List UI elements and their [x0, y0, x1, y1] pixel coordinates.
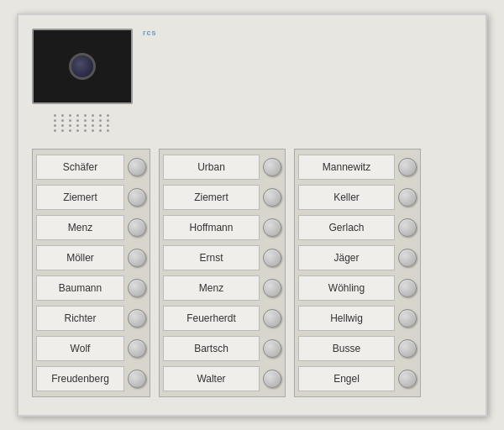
name-plate: Feuerherdt — [163, 306, 260, 331]
doorbell-button[interactable] — [398, 188, 417, 207]
doorbell-button[interactable] — [128, 218, 146, 237]
name-plate: Gerlach — [298, 215, 395, 240]
doorbell-button[interactable] — [263, 158, 281, 176]
doorbell-button[interactable] — [398, 249, 417, 267]
speaker-dots — [49, 109, 117, 137]
name-plate: Busse — [298, 336, 395, 361]
list-item: Ziemert — [163, 183, 281, 212]
doorbell-button[interactable] — [398, 370, 417, 388]
list-item: Gerlach — [298, 213, 417, 242]
list-item: Menz — [163, 274, 281, 302]
list-item: Wöhling — [298, 274, 417, 302]
name-plate: Baumann — [36, 275, 124, 301]
doorbell-button[interactable] — [263, 218, 281, 237]
name-plate: Walter — [163, 366, 260, 391]
right-column-frame: Mannewitz Keller Gerlach Jäger Wöhling — [294, 149, 421, 397]
intercom-panel: rcs Schäfer Ziemert Menz Möller — [17, 13, 487, 417]
camera-lens — [69, 53, 96, 80]
name-plate: Wolf — [36, 336, 124, 361]
name-plate: Urban — [163, 155, 260, 180]
doorbell-button[interactable] — [263, 309, 281, 328]
doorbell-button[interactable] — [263, 188, 281, 207]
list-item: Richter — [36, 304, 146, 333]
name-plate: Hellwig — [298, 306, 395, 331]
name-plate: Menz — [36, 215, 124, 240]
camera-module — [32, 29, 133, 104]
doorbell-button[interactable] — [398, 158, 417, 176]
name-plate: Ziemert — [163, 185, 260, 210]
list-item: Menz — [36, 213, 146, 242]
doorbell-button[interactable] — [398, 339, 417, 358]
list-item: Freudenberg — [36, 364, 146, 393]
list-item: Möller — [36, 244, 146, 272]
columns-section: Schäfer Ziemert Menz Möller Baumann — [32, 149, 472, 397]
left-column-frame: Schäfer Ziemert Menz Möller Baumann — [32, 149, 150, 397]
list-item: Hoffmann — [163, 213, 281, 242]
name-plate: Hoffmann — [163, 215, 260, 240]
doorbell-button[interactable] — [128, 370, 146, 388]
list-item: Keller — [298, 183, 417, 212]
name-plate: Richter — [36, 306, 124, 331]
list-item: Busse — [298, 334, 417, 363]
doorbell-button[interactable] — [128, 188, 146, 207]
doorbell-button[interactable] — [398, 218, 417, 237]
list-item: Mannewitz — [298, 153, 417, 181]
top-section: rcs — [32, 29, 472, 137]
doorbell-button[interactable] — [263, 279, 281, 297]
name-plate: Ernst — [163, 245, 260, 270]
name-plate: Keller — [298, 185, 395, 210]
list-item: Jäger — [298, 244, 417, 272]
doorbell-button[interactable] — [263, 370, 281, 388]
list-item: Ernst — [163, 244, 281, 272]
list-item: Wolf — [36, 334, 146, 363]
name-plate: Menz — [163, 275, 260, 301]
name-plate: Freudenberg — [36, 366, 124, 391]
doorbell-button[interactable] — [398, 309, 417, 328]
brand-label: rcs — [143, 29, 157, 37]
left-column: Schäfer Ziemert Menz Möller Baumann — [32, 149, 150, 397]
list-item: Baumann — [36, 274, 146, 302]
mid-column: Urban Ziemert Hoffmann Ernst Menz — [159, 149, 286, 397]
name-plate: Engel — [298, 366, 395, 391]
name-plate: Wöhling — [298, 275, 395, 301]
list-item: Hellwig — [298, 304, 417, 333]
doorbell-button[interactable] — [128, 339, 146, 358]
list-item: Ziemert — [36, 183, 146, 212]
list-item: Schäfer — [36, 153, 146, 181]
doorbell-button[interactable] — [128, 279, 146, 297]
list-item: Engel — [298, 364, 417, 393]
right-column: Mannewitz Keller Gerlach Jäger Wöhling — [294, 149, 421, 397]
speaker-panel — [32, 109, 133, 137]
doorbell-button[interactable] — [398, 279, 417, 297]
name-plate: Jäger — [298, 245, 395, 270]
name-plate: Ziemert — [36, 185, 124, 210]
doorbell-button[interactable] — [128, 309, 146, 328]
name-plate: Möller — [36, 245, 124, 270]
name-plate: Mannewitz — [298, 155, 395, 180]
name-plate: Bartsch — [163, 336, 260, 361]
list-item: Urban — [163, 153, 281, 181]
mid-column-frame: Urban Ziemert Hoffmann Ernst Menz — [159, 149, 286, 397]
doorbell-button[interactable] — [128, 249, 146, 267]
name-plate: Schäfer — [36, 155, 124, 180]
doorbell-button[interactable] — [263, 249, 281, 267]
doorbell-button[interactable] — [263, 339, 281, 358]
list-item: Walter — [163, 364, 281, 393]
list-item: Bartsch — [163, 334, 281, 363]
doorbell-button[interactable] — [128, 158, 146, 176]
list-item: Feuerherdt — [163, 304, 281, 333]
